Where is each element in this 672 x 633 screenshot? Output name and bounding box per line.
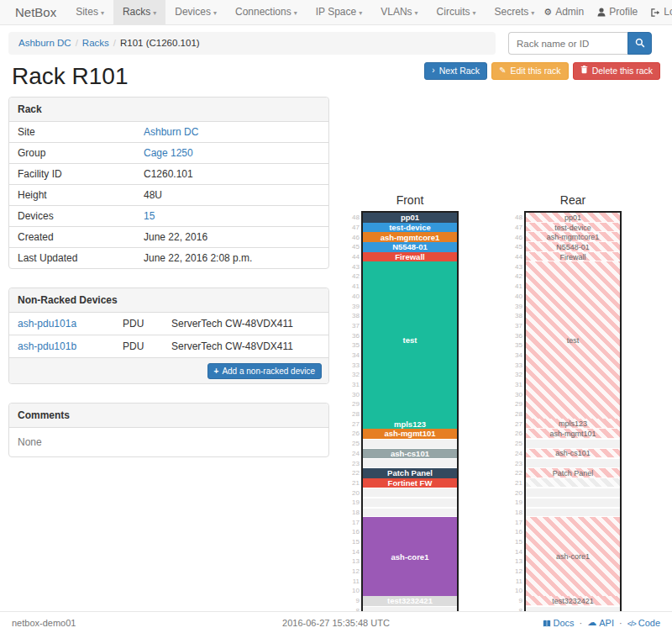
nav-item-devices[interactable]: Devices▾ (165, 0, 226, 24)
unit-number: 38 (346, 311, 360, 321)
edit-rack-button[interactable]: ✎ Edit this rack (491, 62, 569, 80)
unit-number: 39 (346, 301, 360, 311)
rear-device-patch-panel[interactable]: Patch Panel (526, 468, 620, 478)
footer-link-code[interactable]: </>Code (627, 618, 660, 628)
rear-device-test[interactable]: test (526, 261, 620, 419)
breadcrumb-link-ashburn-dc[interactable]: Ashburn DC (18, 38, 71, 48)
attr-link-devices[interactable]: 15 (144, 210, 155, 222)
attr-value: June 22, 2016 (144, 231, 207, 243)
unit-number: 44 (346, 252, 360, 262)
front-device-mpls123[interactable]: mpls123 (363, 419, 457, 429)
device-model: ServerTech CW-48VDX411 (171, 318, 293, 330)
rear-rack: pp01test-deviceash-mgmtcore1N5548-01Fire… (524, 211, 622, 633)
front-device-test3232421[interactable]: test3232421 (363, 596, 457, 606)
footer-link-docs[interactable]: Docs (543, 618, 575, 628)
unit-number: 10 (346, 586, 360, 596)
front-unit-numbers: 4847464544434241403938373635343332313029… (346, 211, 360, 633)
nav-item-secrets[interactable]: Secrets▾ (486, 0, 544, 24)
unit-number: 48 (509, 213, 522, 223)
non-racked-rows: ash-pdu101aPDUServerTech CW-48VDX411ash-… (9, 313, 328, 357)
attr-value: 48U (144, 189, 162, 201)
rear-device-firewall[interactable]: Firewall (526, 252, 620, 262)
device-link-ash-pdu101a[interactable]: ash-pdu101a (18, 318, 76, 330)
nav-item-sites[interactable]: Sites▾ (66, 0, 113, 24)
next-rack-button[interactable]: › Next Rack (424, 62, 487, 80)
search-icon (635, 36, 645, 51)
front-device-ash-core1[interactable]: ash-core1 (363, 517, 457, 596)
unit-number: 26 (509, 429, 522, 439)
empty-unit (363, 488, 457, 498)
unit-number: 10 (509, 586, 522, 596)
unit-number: 15 (346, 537, 360, 547)
rack-attr-height: Height48U (9, 184, 328, 205)
nav-item-racks[interactable]: Racks▾ (113, 0, 165, 24)
front-device-patch-panel[interactable]: Patch Panel (363, 468, 457, 478)
nav-item-ip-space[interactable]: IP Space▾ (307, 0, 372, 24)
non-racked-title: Non-Racked Devices (9, 288, 328, 313)
unit-number: 41 (346, 282, 360, 292)
search-button[interactable] (627, 32, 652, 55)
rear-device-ash-cs101[interactable]: ash-cs101 (526, 449, 620, 459)
search-input[interactable] (508, 32, 627, 55)
nav-item-log-out[interactable]: Log out (651, 0, 672, 24)
rear-device-ash-mgmt101[interactable]: ash-mgmt101 (526, 429, 620, 439)
rear-device-pp01[interactable]: pp01 (526, 213, 620, 223)
unit-number: 28 (509, 409, 522, 419)
front-device-ash-cs101[interactable]: ash-cs101 (363, 449, 457, 459)
unit-number: 48 (346, 213, 360, 223)
nav-item-vlans[interactable]: VLANs▾ (371, 0, 427, 24)
rear-device-ash-core1[interactable]: ash-core1 (526, 517, 620, 596)
rear-device-n5548-01[interactable]: N5548-01 (526, 242, 620, 252)
unit-number: 29 (509, 399, 522, 409)
nav-item-admin[interactable]: ⚙Admin (543, 0, 584, 24)
unit-number: 41 (509, 282, 522, 292)
rear-device-mpls123[interactable]: mpls123 (526, 419, 620, 429)
front-device-test-device[interactable]: test-device (363, 223, 457, 233)
breadcrumb-link-racks[interactable]: Racks (82, 38, 109, 48)
nav-item-profile[interactable]: Profile (597, 0, 638, 24)
delete-rack-button[interactable]: Delete this rack (573, 62, 660, 80)
device-model: ServerTech CW-48VDX411 (171, 340, 293, 352)
front-device-fortinet-fw[interactable]: Fortinet FW (363, 478, 457, 488)
front-device-test[interactable]: test (363, 261, 457, 419)
rear-device-test-device[interactable]: test-device (526, 223, 620, 233)
rear-device-ash-mgmtcore1[interactable]: ash-mgmtcore1 (526, 232, 620, 242)
empty-unit (526, 498, 620, 508)
unit-number: 17 (509, 517, 522, 527)
front-device-ash-mgmtcore1[interactable]: ash-mgmtcore1 (363, 232, 457, 242)
front-device-n5548-01[interactable]: N5548-01 (363, 242, 457, 252)
unit-number: 15 (509, 537, 522, 547)
unit-number: 19 (509, 498, 522, 508)
chevron-down-icon: ▾ (531, 9, 534, 17)
unit-number: 47 (346, 223, 360, 233)
breadcrumb: Ashburn DC/Racks/R101 (C1260.101) (8, 32, 496, 55)
unit-number: 33 (509, 360, 522, 370)
attr-link-group[interactable]: Cage 1250 (144, 147, 193, 159)
footer-link-api[interactable]: ☁API (587, 617, 614, 628)
attr-label: Group (18, 147, 144, 159)
unit-number: 35 (509, 340, 522, 351)
nav-item-connections[interactable]: Connections▾ (226, 0, 307, 24)
unit-number: 18 (346, 508, 360, 518)
front-device-firewall[interactable]: Firewall (363, 252, 457, 262)
add-non-racked-device-button[interactable]: + Add a non-racked device (207, 363, 322, 379)
nav-item-circuits[interactable]: Circuits▾ (428, 0, 486, 24)
footer-links: Docs·☁API·</>Code (543, 617, 660, 628)
unit-number: 34 (509, 351, 522, 361)
unit-number: 13 (509, 557, 522, 567)
unit-number: 46 (509, 232, 522, 242)
front-device-ash-mgmt101[interactable]: ash-mgmt101 (363, 429, 457, 439)
brand-netbox[interactable]: NetBox (5, 0, 66, 24)
unit-number: 43 (346, 261, 360, 272)
unit-number: 47 (509, 223, 522, 233)
device-link-ash-pdu101b[interactable]: ash-pdu101b (18, 340, 76, 352)
attr-value: C1260.101 (144, 168, 193, 180)
unit-number: 13 (346, 557, 360, 567)
attr-link-site[interactable]: Ashburn DC (144, 126, 198, 138)
footer-link-separator: · (578, 618, 585, 628)
unit-number: 22 (509, 468, 522, 478)
front-device-pp01[interactable]: pp01 (363, 213, 457, 223)
rear-device-test3232421[interactable]: test3232421 (526, 596, 620, 606)
user-icon (597, 0, 606, 24)
footer-hostname: netbox-demo01 (12, 618, 76, 628)
